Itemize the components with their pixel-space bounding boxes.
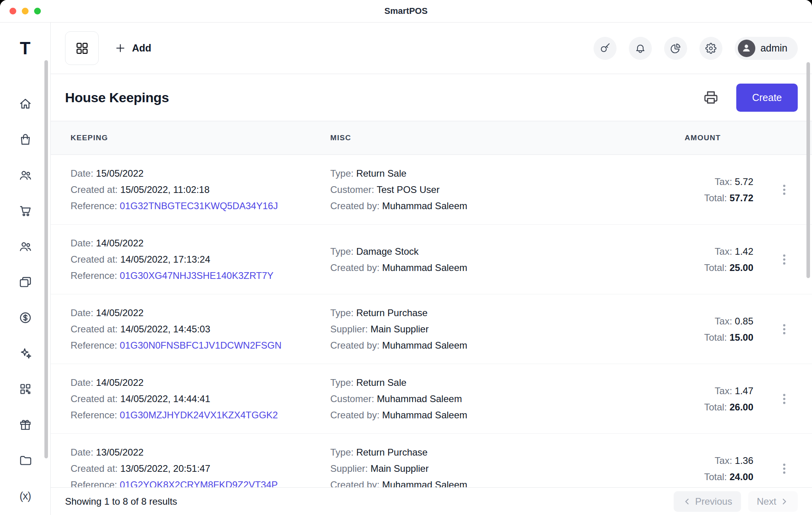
- sidebar-item-card-stack[interactable]: [19, 275, 32, 289]
- table-row: Date: 14/05/2022Created at: 14/05/2022, …: [51, 364, 812, 434]
- card-stack-icon: [19, 275, 32, 289]
- reference-link[interactable]: 01G30N0FNSBFC1JV1DCWN2FSGN: [120, 340, 282, 351]
- field-line: Type: Return Purchase: [330, 305, 638, 321]
- reference-link[interactable]: 01G30MZJHYDK24VX1KZX4TGGK2: [120, 410, 278, 420]
- sidebar-item-shopping-bag[interactable]: [19, 133, 32, 146]
- sidebar-item-shopping-cart[interactable]: [19, 204, 32, 217]
- table-row: Date: 15/05/2022Created at: 15/05/2022, …: [51, 155, 812, 225]
- grid-icon: [75, 41, 90, 56]
- user-group-icon: [19, 168, 32, 182]
- sidebar-item-users[interactable]: [19, 240, 32, 253]
- reference-link[interactable]: 01G2YQK8X2CRYM8FKD9Z2VT34P: [120, 479, 278, 487]
- field-line: Total: 24.00: [638, 469, 753, 485]
- field-line: Created by: Muhammad Saleem: [330, 407, 638, 423]
- pagination-bar: Showing 1 to 8 of 8 results Previous Nex…: [51, 487, 812, 515]
- zoom-window-button[interactable]: [34, 8, 41, 15]
- sidebar-item-gift[interactable]: [19, 418, 32, 431]
- table-row: Date: 13/05/2022Created at: 13/05/2022, …: [51, 434, 812, 487]
- row-menu-button[interactable]: [777, 392, 791, 406]
- app-logo[interactable]: T: [0, 23, 50, 74]
- dots-vertical-icon: [777, 462, 791, 476]
- keeping-cell: Date: 15/05/2022Created at: 15/05/2022, …: [71, 165, 330, 214]
- field-line: Reference: 01G30XG47NHJ3SHE140K3ZRT7Y: [71, 267, 330, 284]
- reference-link[interactable]: 01G32TNBGTEC31KWQ5DA34Y16J: [120, 200, 278, 211]
- user-name: admin: [760, 42, 787, 54]
- minimize-window-button[interactable]: [22, 8, 29, 15]
- sidebar-item-function-x[interactable]: (x): [19, 489, 32, 503]
- field-line: Date: 15/05/2022: [71, 165, 330, 181]
- row-actions-cell: [764, 183, 804, 197]
- field-line: Created at: 13/05/2022, 20:51:47: [71, 460, 330, 477]
- key-button[interactable]: [594, 37, 617, 60]
- field-line: Customer: Test POS User: [330, 181, 638, 198]
- sidebar-item-home[interactable]: [19, 97, 32, 111]
- window-title: SmartPOS: [385, 6, 428, 16]
- users-icon: [19, 240, 32, 253]
- reference-link[interactable]: 01G30XG47NHJ3SHE140K3ZRT7Y: [120, 270, 274, 281]
- row-menu-button[interactable]: [777, 462, 791, 476]
- close-window-button[interactable]: [10, 8, 16, 15]
- sidebar-scrollbar[interactable]: [44, 60, 48, 458]
- row-actions-cell: [764, 462, 804, 476]
- create-button[interactable]: Create: [736, 84, 798, 112]
- field-line: Created at: 14/05/2022, 17:13:24: [71, 251, 330, 267]
- results-summary: Showing 1 to 8 of 8 results: [65, 496, 177, 507]
- amount-cell: Tax: 1.47Total: 26.00: [638, 383, 764, 415]
- keeping-cell: Date: 14/05/2022Created at: 14/05/2022, …: [71, 235, 330, 284]
- field-line: Total: 15.00: [638, 329, 753, 345]
- pie-chart-button[interactable]: [664, 37, 687, 60]
- misc-cell: Type: Return SaleCustomer: Muhammad Sale…: [330, 374, 638, 423]
- dollar-circle-icon: [19, 311, 32, 324]
- misc-cell: Type: Return PurchaseSupplier: Main Supp…: [330, 444, 638, 487]
- page-header: House Keepings Create: [51, 74, 812, 121]
- sidebar-item-dollar-circle[interactable]: [19, 311, 32, 324]
- table-row: Date: 14/05/2022Created at: 14/05/2022, …: [51, 294, 812, 364]
- sidebar-item-sparkles[interactable]: [19, 347, 32, 360]
- table-header: KEEPING MISC AMOUNT: [51, 121, 812, 155]
- gear-button[interactable]: [699, 37, 722, 60]
- field-line: Total: 25.00: [638, 259, 753, 276]
- field-line: Supplier: Main Supplier: [330, 460, 638, 477]
- user-menu-button[interactable]: admin: [735, 37, 798, 60]
- row-menu-button[interactable]: [777, 322, 791, 336]
- field-line: Total: 26.00: [638, 399, 753, 415]
- pagination-buttons: Previous Next: [674, 491, 798, 512]
- sidebar-item-folder[interactable]: [19, 454, 32, 467]
- next-button[interactable]: Next: [748, 491, 798, 512]
- print-button[interactable]: [703, 90, 719, 105]
- field-line: Type: Return Purchase: [330, 444, 638, 460]
- keeping-cell: Date: 13/05/2022Created at: 13/05/2022, …: [71, 444, 330, 487]
- field-line: Created at: 14/05/2022, 14:45:03: [71, 321, 330, 337]
- field-line: Created by: Muhammad Saleem: [330, 198, 638, 214]
- field-line: Reference: 01G32TNBGTEC31KWQ5DA34Y16J: [71, 198, 330, 214]
- gear-icon: [705, 43, 716, 54]
- add-button[interactable]: Add: [115, 42, 151, 54]
- sidebar-item-qr-code[interactable]: [19, 382, 32, 396]
- apps-grid-button[interactable]: [65, 31, 99, 65]
- next-label: Next: [757, 496, 776, 507]
- table-body: Date: 15/05/2022Created at: 15/05/2022, …: [51, 155, 812, 487]
- field-line: Type: Return Sale: [330, 374, 638, 391]
- field-line: Tax: 0.85: [638, 313, 753, 329]
- row-menu-button[interactable]: [777, 252, 791, 267]
- content-area: Add admin House Keepings Create KEEPING …: [51, 23, 812, 515]
- keeping-cell: Date: 14/05/2022Created at: 14/05/2022, …: [71, 374, 330, 423]
- field-line: Date: 14/05/2022: [71, 374, 330, 391]
- page-title: House Keepings: [65, 90, 686, 105]
- dots-vertical-icon: [777, 392, 791, 406]
- field-line: Customer: Muhammad Saleem: [330, 391, 638, 407]
- amount-cell: Tax: 0.85Total: 15.00: [638, 313, 764, 345]
- chevron-left-icon: [682, 497, 692, 506]
- previous-button[interactable]: Previous: [674, 491, 741, 512]
- misc-cell: Type: Damage StockCreated by: Muhammad S…: [330, 243, 638, 276]
- user-avatar-icon: [738, 40, 755, 57]
- field-line: Tax: 5.72: [638, 174, 753, 190]
- qr-code-icon: [19, 382, 32, 396]
- table-row: Date: 14/05/2022Created at: 14/05/2022, …: [51, 225, 812, 294]
- sidebar-item-user-group[interactable]: [19, 168, 32, 182]
- bell-button[interactable]: [629, 37, 652, 60]
- printer-icon: [703, 90, 719, 105]
- content-scrollbar[interactable]: [806, 62, 810, 278]
- row-menu-button[interactable]: [777, 183, 791, 197]
- column-header-amount: AMOUNT: [638, 134, 764, 142]
